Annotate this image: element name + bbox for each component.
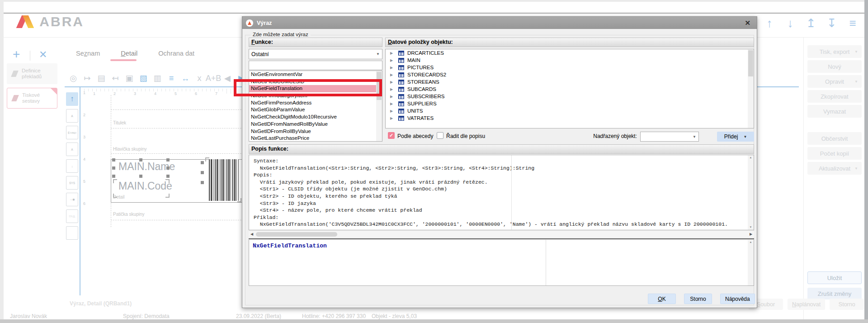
scroll-up-icon[interactable]: ▲ [748,155,754,160]
horizontal-scrollbar[interactable]: ◀ ▶ [249,231,754,238]
selection-handle[interactable] [166,166,170,170]
dialog-titlebar[interactable]: Výraz ✕ [242,17,757,29]
function-list-item[interactable]: NxGetIDFromRollByValue [249,128,382,135]
editor-scrollbar[interactable]: ▲ [748,240,754,285]
action-button[interactable]: Tisk, export ▼ [807,45,862,58]
duplicate-icon[interactable]: ▥ [152,72,163,84]
system-field-icon[interactable]: SYS [66,176,78,190]
by-description-checkbox-label[interactable]: Řadit dle popisu [446,133,485,139]
tab[interactable]: Seznam [76,50,100,57]
function-list-item[interactable]: NxGetEnvironmentVar [249,71,382,78]
minimize-button[interactable] [824,2,832,10]
tree-item[interactable]: ▶ SUBSCRIBERS [386,93,754,100]
dialog-close-icon[interactable]: ✕ [742,19,753,27]
move-down-icon[interactable]: ↓ [784,16,797,30]
scroll-right-icon[interactable]: ▶ [748,231,754,238]
rich-text-icon[interactable]: A [66,142,78,156]
bottom-action-button[interactable]: Storno [830,299,864,310]
tree-item[interactable]: ▶ SUPPLIERS [386,100,754,107]
page-tool-icon[interactable] [66,226,78,240]
function-category-select[interactable]: Ostatní [249,49,382,59]
tree-item[interactable]: ▶ VATRATES [386,114,754,122]
tree-item[interactable]: ▶ STORECARDS2 [386,71,754,78]
add-item-button[interactable]: + [13,47,20,62]
action-button[interactable]: Opravit ▼ [807,75,862,88]
move-object-icon[interactable]: ↔ [180,72,191,84]
function-list-item[interactable]: NxGetCheckDigitModulo10Recursive [249,114,382,121]
menu-icon[interactable]: ≡ [846,16,859,30]
tree-scrollbar[interactable] [748,49,754,128]
scrollbar-thumb[interactable] [256,232,337,237]
pointer-tool-icon[interactable]: ↑ [66,92,78,106]
alphabetical-checkbox[interactable]: ✓ [388,132,395,139]
ok-button[interactable]: OK [648,294,676,304]
list-structure-icon[interactable]: ≡ [166,72,177,84]
selection-handle[interactable] [139,175,142,178]
close-button[interactable] [853,2,861,10]
selection-handle[interactable] [166,175,170,178]
selection-handle[interactable] [112,166,115,170]
action-button[interactable]: Zkopírovat [807,90,862,103]
description-scrollbar[interactable]: ▲ ▼ [748,155,754,230]
expand-icon[interactable]: ▶ [390,66,398,70]
scroll-down-icon[interactable]: ▼ [748,225,754,230]
selection-handle[interactable] [201,171,204,174]
tab[interactable]: Ochrana dat [158,50,194,57]
save-button[interactable]: Uložit [807,271,862,284]
expand-icon[interactable]: ▶ [390,87,398,91]
function-list-item[interactable]: NxGetLastPurchasePrice [249,135,382,142]
expand-icon[interactable]: ▶ [390,95,398,99]
selection-handle[interactable] [201,181,204,184]
delete-icon[interactable]: x [194,72,205,84]
action-button[interactable]: Nový [807,60,862,73]
selection-handle[interactable] [166,158,170,162]
discard-changes-button[interactable]: Zrušit změny [807,288,862,299]
help-button[interactable]: Nápověda [720,294,755,304]
shape-tool-icon[interactable]: □○△ [66,209,78,223]
sidebar-item[interactable]: Definice překladů [7,63,57,84]
a-plus-b-icon[interactable]: A+B [208,72,219,84]
action-button[interactable]: Aktualizovat ▼ [807,162,862,175]
scroll-up-icon[interactable]: ▲ [748,240,754,245]
move-up-icon[interactable]: ↑ [763,16,776,30]
link-field-icon[interactable]: →◉ [66,193,78,206]
action-button[interactable]: Vymazat [807,105,862,118]
export-icon[interactable]: ↦ [82,72,93,84]
selection-handle[interactable] [112,158,115,162]
tree-item[interactable]: ▶ PICTURES [386,64,754,71]
expand-icon[interactable]: ▶ [390,102,398,106]
preview-icon[interactable]: ◎ [68,72,79,84]
maximize-button[interactable] [838,2,846,10]
selection-handle[interactable] [112,175,115,178]
expression-editor[interactable]: NxGetFieldTranslation ▲ [249,240,754,286]
tree-item[interactable]: ▶ UNITS [386,107,754,114]
formula-field-icon[interactable]: E=mc² [66,126,78,139]
edit-report-icon[interactable]: ▧ [138,72,149,84]
paste-icon[interactable]: ▣ [124,72,135,84]
expand-icon[interactable]: ▶ [390,73,398,77]
function-list-item[interactable]: NxGetFirmPersonAddress [249,100,382,107]
tree-item[interactable]: ▶ MAIN [386,57,754,64]
parent-object-select[interactable] [640,132,699,142]
expand-icon[interactable]: ▶ [390,109,398,113]
scroll-left-icon[interactable]: ◀ [249,231,255,238]
move-bottom-icon[interactable]: ↧ [826,16,838,30]
expand-icon[interactable]: ▶ [390,51,398,55]
action-button[interactable]: Občerstvit [807,132,862,145]
action-button[interactable]: Počet kopií [807,147,862,160]
import-icon[interactable]: ↤ [110,72,121,84]
insert-field-icon[interactable]: ↓ [66,159,78,173]
tab[interactable]: Detail [121,50,137,57]
copy-stack-icon[interactable]: ▤ [96,72,107,84]
expand-icon[interactable]: ▶ [390,116,398,120]
selection-handle[interactable] [139,158,142,162]
alphabetical-checkbox-label[interactable]: Podle abecedy [397,133,433,139]
barcode-object[interactable] [209,159,239,201]
scrollbar-thumb[interactable] [748,50,753,76]
sidebar-item[interactable]: Tiskové sestavy [7,88,57,109]
tree-item[interactable]: ▶ SUBCARDS [386,86,754,93]
close-view-button[interactable]: ✕ [39,49,47,61]
tree-item[interactable]: ▶ STOREEANS [386,78,754,86]
function-list-item[interactable]: NxGetGlobParamValue [249,106,382,114]
expand-icon[interactable]: ▶ [390,58,398,62]
